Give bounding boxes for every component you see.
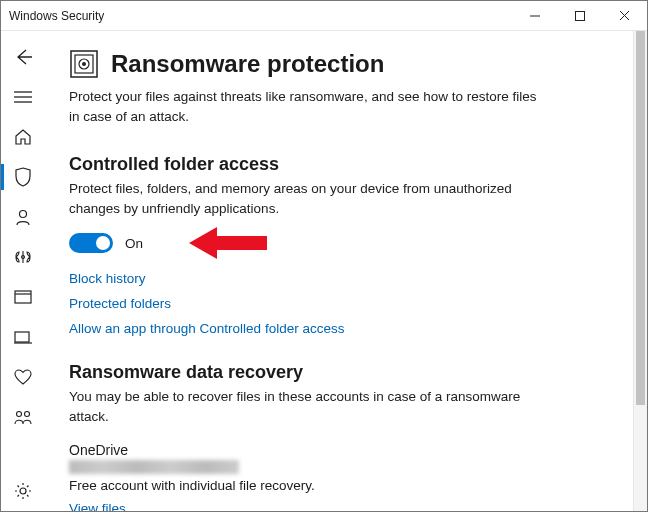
close-button[interactable] [602,1,647,31]
svg-rect-9 [15,291,31,303]
page-header: Ransomware protection [69,49,605,79]
recovery-heading: Ransomware data recovery [69,362,605,383]
content: Ransomware protection Protect your files… [45,31,633,511]
toggle-knob [96,236,110,250]
content-wrap: Ransomware protection Protect your files… [45,31,647,511]
link-allow-app[interactable]: Allow an app through Controlled folder a… [69,321,605,336]
main-area: Ransomware protection Protect your files… [1,31,647,511]
sidebar-item-family[interactable] [1,397,45,437]
shield-icon [14,167,32,187]
sidebar-item-home[interactable] [1,117,45,157]
back-button[interactable] [1,37,45,77]
link-view-files[interactable]: View files [69,501,605,512]
cfa-heading: Controlled folder access [69,154,605,175]
link-block-history[interactable]: Block history [69,271,605,286]
page-title: Ransomware protection [111,50,384,78]
cfa-description: Protect files, folders, and memory areas… [69,179,549,220]
svg-rect-11 [15,332,29,342]
scrollbar[interactable] [633,31,647,511]
page-description: Protect your files against threats like … [69,87,549,128]
cfa-toggle-row: On [69,233,605,253]
cfa-toggle[interactable] [69,233,113,253]
svg-rect-1 [575,11,584,20]
sidebar-item-account[interactable] [1,197,45,237]
sidebar-item-health[interactable] [1,357,45,397]
titlebar: Windows Security [1,1,647,31]
svg-point-15 [20,488,26,494]
ransomware-icon [69,49,99,79]
svg-point-7 [20,211,27,218]
svg-point-14 [25,412,30,417]
sidebar-item-device-security[interactable] [1,317,45,357]
cfa-toggle-label: On [125,236,143,251]
sidebar [1,31,45,511]
onedrive-sub: Free account with individual file recove… [69,478,605,493]
sidebar-item-virus-protection[interactable] [1,157,45,197]
minimize-button[interactable] [512,1,557,31]
sidebar-item-app-browser[interactable] [1,277,45,317]
sidebar-item-settings[interactable] [1,471,45,511]
window-title: Windows Security [9,9,512,23]
cfa-links: Block history Protected folders Allow an… [69,271,605,336]
link-protected-folders[interactable]: Protected folders [69,296,605,311]
svg-marker-20 [189,227,267,259]
onedrive-email-redacted [69,460,239,474]
maximize-button[interactable] [557,1,602,31]
annotation-arrow [189,223,269,263]
svg-point-13 [17,412,22,417]
recovery-description: You may be able to recover files in thes… [69,387,549,428]
sidebar-item-firewall[interactable] [1,237,45,277]
onedrive-name: OneDrive [69,442,605,458]
svg-point-19 [82,62,86,66]
menu-button[interactable] [1,77,45,117]
gear-icon [14,482,32,500]
scrollbar-thumb[interactable] [636,31,645,405]
